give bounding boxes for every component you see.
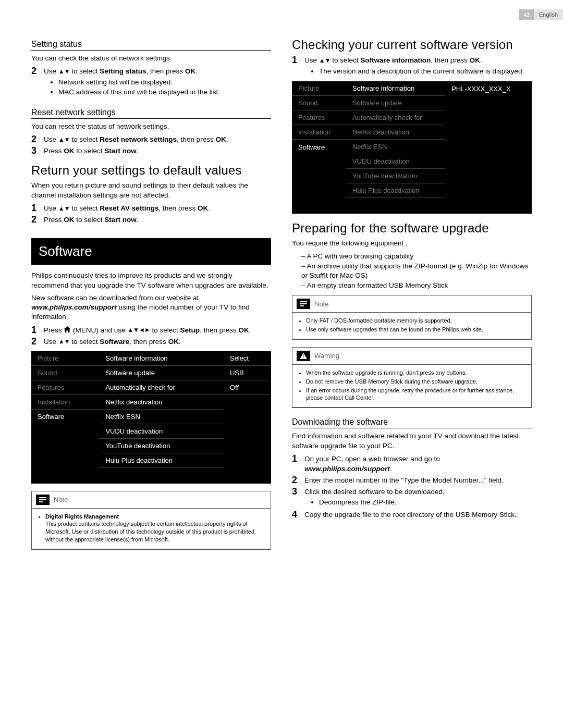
download-step-3: 3 Click the desired software to be downl… — [292, 487, 532, 509]
osd-software-menu: Picture Software information Select Soun… — [31, 351, 271, 484]
reset-network-step-3: 3 Press OK to select Start now. — [31, 146, 271, 156]
up-down-icon: ▲▼ — [58, 67, 70, 76]
heading-reset-network: Reset network settings — [31, 108, 271, 119]
software-step-1: 1 Press (MENU) and use ▲▼◄► to select Se… — [31, 325, 271, 336]
check-version-step-1: 1 Use ▲▼ to select Software information,… — [292, 55, 532, 77]
page-number: 43 — [519, 9, 534, 20]
heading-prepare-upgrade: Preparing for the software upgrade — [292, 221, 532, 236]
left-column: Setting status You can check the status … — [31, 30, 271, 557]
warning-icon — [297, 351, 310, 361]
home-icon — [64, 325, 71, 336]
software-step-2: 2 Use ▲▼ to select Software, then press … — [31, 337, 271, 347]
prepare-requirements: A PC with web browsing capability An arc… — [301, 252, 532, 291]
download-intro: Find information and software related to… — [292, 431, 532, 450]
download-step-1: 1 On your PC, open a web browser and go … — [292, 454, 532, 474]
reset-network-step-2: 2 Use ▲▼ to select Reset network setting… — [31, 134, 271, 145]
download-step-4: 4 Copy the upgrade file to the root dire… — [292, 510, 532, 520]
return-defaults-intro: When you return picture and sound settin… — [31, 181, 271, 200]
page-header-badge: 43 English — [519, 9, 563, 20]
heading-setting-status: Setting status — [31, 40, 271, 51]
warning-upgrade: Warning When the software upgrade is run… — [292, 347, 532, 408]
return-defaults-step-1: 1 Use ▲▼ to select Reset AV settings, th… — [31, 203, 271, 214]
note-fat: Note Only FAT / DOS-formatted portable m… — [292, 295, 532, 340]
page-language: English — [534, 9, 563, 20]
osd-software-info: Picture Software information PHL-XXXX_XX… — [292, 81, 532, 214]
heading-return-defaults: Return your settings to default values — [31, 163, 271, 178]
heading-download-software: Downloading the software — [292, 417, 532, 428]
software-para2: New software can be downloaded from our … — [31, 293, 271, 322]
up-down-icon: ▲▼ — [319, 56, 331, 65]
note-drm: Note Digital Rights Management This prod… — [31, 491, 271, 550]
banner-software: Software — [31, 238, 271, 265]
note-icon — [297, 299, 310, 309]
return-defaults-step-2: 2 Press OK to select Start now. — [31, 215, 271, 225]
setting-status-step-2: 2 Use ▲▼ to select Setting status, then … — [31, 66, 271, 98]
nav-arrows-icon: ▲▼◄► — [127, 326, 150, 335]
up-down-icon: ▲▼ — [58, 337, 70, 346]
reset-network-intro: You can reset the status of network sett… — [31, 122, 271, 131]
svg-marker-0 — [64, 326, 71, 332]
prepare-intro: You require the following equipment : — [292, 239, 532, 248]
heading-check-version: Checking your current software version — [292, 38, 532, 52]
manual-page: 43 English Setting status You can check … — [0, 0, 563, 728]
software-para1: Philips continuously tries to improve it… — [31, 271, 271, 290]
note-icon — [36, 495, 50, 505]
up-down-icon: ▲▼ — [58, 204, 70, 213]
up-down-icon: ▲▼ — [58, 135, 70, 144]
download-step-2: 2 Enter the model number in the "Type th… — [292, 475, 532, 486]
right-column: Checking your current software version 1… — [292, 30, 532, 557]
setting-status-intro: You can check the status of network sett… — [31, 54, 271, 63]
